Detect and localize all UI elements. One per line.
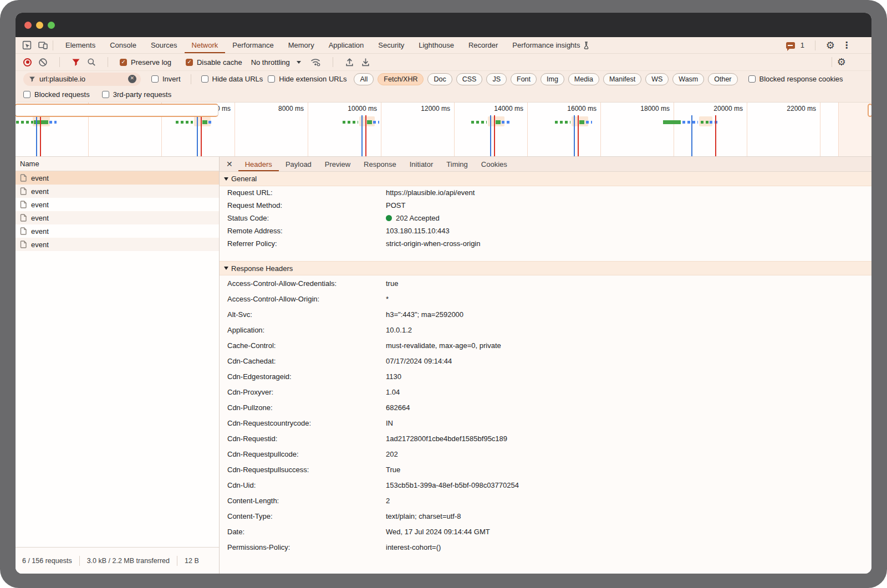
main-panel-tab[interactable]: Elements	[58, 37, 103, 53]
detail-tab[interactable]: Timing	[440, 157, 475, 171]
request-type-pill[interactable]: All	[354, 73, 374, 85]
third-party-requests-checkbox[interactable]: 3rd-party requests	[102, 90, 172, 99]
detail-tab[interactable]: Response	[357, 157, 403, 171]
main-panel-tab[interactable]: Performance	[225, 37, 281, 53]
blocked-response-cookies-checkbox[interactable]: Blocked response cookies	[748, 75, 843, 83]
detail-tab[interactable]: Preview	[318, 157, 357, 171]
request-type-pill[interactable]: Font	[511, 73, 537, 85]
header-row: Remote Address: 103.180.115.10:443	[220, 224, 871, 237]
hide-data-urls-checkbox[interactable]: Hide data URLs	[201, 75, 263, 83]
overview-right-handle[interactable]	[868, 104, 871, 117]
detail-tab[interactable]: Headers	[238, 157, 279, 171]
detail-tab[interactable]: Cookies	[475, 157, 514, 171]
general-section-header[interactable]: General	[220, 172, 871, 186]
main-panel-tab[interactable]: Network	[185, 37, 226, 53]
header-row: Referrer Policy: strict-origin-when-cros…	[220, 237, 871, 250]
blocked-requests-checkbox[interactable]: Blocked requests	[23, 90, 90, 99]
main-panel-tab[interactable]: Lighthouse	[411, 37, 461, 53]
waterfall-segment	[367, 120, 372, 124]
network-toolbar: Preserve log Disable cache No throttling	[16, 54, 871, 71]
traffic-light-zoom[interactable]	[48, 22, 55, 29]
network-settings-gear-icon[interactable]: ⚙	[837, 56, 846, 68]
kebab-menu-icon[interactable]: ⋮	[840, 40, 853, 50]
header-value: IN	[386, 419, 393, 427]
divider	[191, 74, 191, 84]
request-type-pill[interactable]: Doc	[427, 73, 452, 85]
traffic-light-close[interactable]	[24, 22, 32, 29]
close-icon[interactable]: ✕	[224, 160, 238, 168]
overview-left-handle[interactable]	[16, 104, 218, 117]
main-panel-tab[interactable]: Performance insights	[505, 37, 597, 53]
network-conditions-icon[interactable]	[310, 58, 321, 67]
search-icon[interactable]	[87, 58, 96, 67]
request-row[interactable]: event	[16, 198, 219, 211]
main-panel-tab[interactable]: Recorder	[461, 37, 505, 53]
response-headers-section-header[interactable]: Response Headers	[220, 261, 871, 275]
gear-icon[interactable]: ⚙	[826, 39, 835, 52]
issues-badge-icon[interactable]	[786, 42, 795, 49]
header-row: Content-Type: text/plain; charset=utf-8	[220, 508, 871, 524]
waterfall-segment	[365, 115, 366, 156]
waterfall-segment	[663, 120, 681, 124]
waterfall-segment	[586, 121, 592, 124]
overview-track[interactable]: 2000 ms 4000 ms 6000 ms 8000 ms 10000 ms…	[16, 103, 871, 157]
header-value: 153cb5b1-399a-48ef-b5bf-098c03770254	[386, 481, 519, 489]
filter-icon[interactable]	[72, 58, 80, 67]
main-panel-tab[interactable]: Memory	[281, 37, 322, 53]
preserve-log-label: Preserve log	[131, 58, 171, 67]
third-party-requests-label: 3rd-party requests	[113, 90, 172, 99]
request-row[interactable]: event	[16, 224, 219, 238]
headers-view: General Request URL: https://plausible.i…	[220, 172, 871, 574]
record-icon[interactable]	[23, 58, 32, 67]
main-panel-tab[interactable]: Security	[371, 37, 411, 53]
request-type-pill[interactable]: Media	[568, 73, 599, 85]
name-column-header[interactable]: Name	[16, 157, 219, 171]
traffic-light-minimize[interactable]	[36, 22, 43, 29]
request-row[interactable]: event	[16, 185, 219, 198]
request-type-pill[interactable]: Img	[541, 73, 564, 85]
divider	[79, 556, 80, 566]
header-value: True	[386, 466, 400, 474]
request-type-pill[interactable]: WS	[645, 73, 669, 85]
clear-network-log-icon[interactable]	[38, 58, 48, 67]
request-type-pill[interactable]: JS	[486, 73, 507, 85]
requests-list: event event	[16, 171, 219, 251]
device-toolbar-icon[interactable]	[38, 40, 48, 50]
disable-cache-checkbox[interactable]: Disable cache	[186, 58, 242, 67]
request-type-pill[interactable]: CSS	[456, 73, 483, 85]
header-name: Access-Control-Allow-Origin:	[227, 295, 386, 303]
checkbox	[102, 91, 109, 98]
request-type-pill[interactable]: Wasm	[672, 73, 704, 85]
header-value: Wed, 17 Jul 2024 09:14:44 GMT	[386, 528, 490, 536]
detail-tab[interactable]: Initiator	[403, 157, 440, 171]
detail-tab[interactable]: Payload	[279, 157, 318, 171]
header-value: 103.180.115.10:443	[386, 227, 450, 235]
header-name: Cdn-Requestpullcode:	[227, 450, 386, 458]
request-type-pill[interactable]: Manifest	[603, 73, 641, 85]
main-panel-tab[interactable]: Application	[322, 37, 371, 53]
filter-input[interactable]: url:plausible.io	[23, 73, 141, 86]
header-row: Cache-Control: must-revalidate, max-age=…	[220, 338, 871, 353]
header-row: Status Code: 202 Accepted	[220, 212, 871, 224]
request-type-pill[interactable]: Other	[708, 73, 737, 85]
header-row: Cdn-Cachedat: 07/17/2024 09:14:44	[220, 353, 871, 369]
clear-filter-icon[interactable]	[128, 75, 136, 83]
request-row[interactable]: event	[16, 238, 219, 251]
import-har-icon[interactable]	[345, 58, 354, 67]
main-panel-tab[interactable]: Sources	[144, 37, 185, 53]
request-type-pill[interactable]: Fetch/XHR	[378, 73, 424, 85]
ruler-tick: 8000 ms	[235, 103, 308, 156]
export-har-icon[interactable]	[361, 58, 370, 67]
header-value: 10.0.1.2	[386, 326, 412, 334]
hide-extension-urls-checkbox[interactable]: Hide extension URLs	[268, 75, 346, 83]
inspect-element-icon[interactable]	[22, 40, 32, 50]
preserve-log-checkbox[interactable]: Preserve log	[120, 58, 171, 67]
main-panel-tab[interactable]: Console	[103, 37, 144, 53]
invert-checkbox[interactable]: Invert	[151, 75, 181, 83]
header-value: 1.04	[386, 388, 400, 396]
throttling-select[interactable]: No throttling	[249, 58, 303, 67]
request-row[interactable]: event	[16, 211, 219, 224]
window-titlebar	[16, 13, 871, 37]
header-value: 1130	[386, 372, 401, 381]
request-row[interactable]: event	[16, 171, 219, 185]
